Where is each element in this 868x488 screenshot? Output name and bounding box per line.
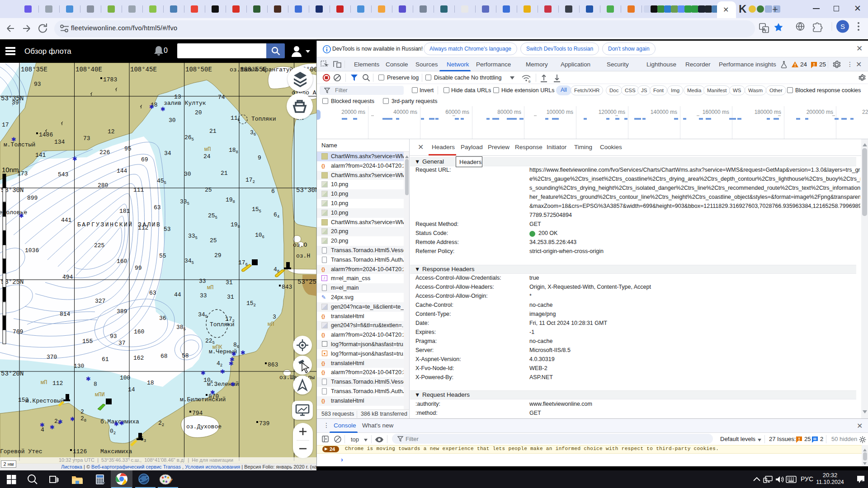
svg-text:108°35E: 108°35E	[21, 66, 47, 73]
svg-text:53°30N: 53°30N	[296, 187, 316, 194]
svg-text:✱: ✱	[229, 361, 234, 367]
svg-text:✱: ✱	[50, 424, 55, 431]
svg-text:93: 93	[34, 81, 41, 88]
svg-text:✱: ✱	[201, 370, 206, 377]
svg-text:2: 2	[80, 408, 84, 415]
svg-text:225: 225	[94, 242, 104, 249]
svg-text:144: 144	[117, 168, 127, 174]
svg-text:✱: ✱	[220, 369, 225, 375]
svg-text:843: 843	[282, 284, 292, 291]
svg-text:БАРГУЗИНСКИЙ ЗАЛИВ: БАРГУЗИНСКИЙ ЗАЛИВ	[77, 221, 161, 228]
svg-text:494: 494	[62, 274, 73, 281]
svg-text:53: 53	[164, 226, 171, 233]
svg-text:93: 93	[110, 333, 117, 340]
svg-text:30: 30	[169, 117, 176, 124]
svg-text:73: 73	[83, 135, 90, 142]
svg-text:✱: ✱	[11, 136, 16, 143]
svg-text:95: 95	[124, 145, 132, 152]
svg-text:✱: ✱	[149, 104, 154, 111]
svg-text:327: 327	[95, 298, 105, 305]
svg-text:30: 30	[184, 171, 191, 178]
svg-text:3: 3	[273, 314, 276, 320]
svg-text:мП: мП	[204, 146, 211, 153]
svg-text:29: 29	[214, 252, 222, 259]
svg-text:25: 25	[205, 187, 212, 193]
svg-text:25: 25	[210, 237, 217, 244]
svg-text:181: 181	[119, 208, 130, 215]
svg-text:31: 31	[227, 294, 234, 300]
svg-text:17: 17	[2, 122, 9, 128]
svg-text:18: 18	[147, 380, 154, 386]
svg-text:21: 21	[209, 128, 217, 135]
svg-text:10nm: 10nm	[2, 166, 19, 174]
svg-text:739: 739	[259, 420, 269, 427]
svg-text:✱: ✱	[70, 416, 75, 423]
svg-text:769: 769	[13, 328, 23, 335]
svg-text:74: 74	[218, 94, 225, 101]
svg-text:1036: 1036	[25, 247, 39, 254]
svg-text:111: 111	[133, 187, 144, 193]
svg-text:8: 8	[94, 381, 97, 388]
svg-text:863: 863	[268, 361, 278, 368]
svg-text:68: 68	[160, 353, 168, 360]
svg-text:✱: ✱	[86, 376, 91, 383]
svg-text:36: 36	[159, 315, 166, 322]
svg-text:33: 33	[200, 292, 207, 299]
svg-text:99: 99	[135, 265, 142, 272]
svg-text:12: 12	[108, 128, 115, 135]
svg-text:53°25N: 53°25N	[297, 278, 316, 286]
svg-text:63: 63	[154, 204, 161, 211]
svg-text:залив Култук: залив Култук	[164, 100, 206, 107]
svg-text:53°20N: 53°20N	[1, 370, 24, 377]
svg-text:112: 112	[138, 225, 148, 231]
svg-text:130: 130	[74, 363, 84, 370]
svg-text:112: 112	[52, 380, 63, 387]
svg-text:оз.Малый Арангатуй: оз.Малый Арангатуй	[230, 66, 293, 73]
svg-text:441: 441	[61, 217, 72, 224]
svg-text:мПИ: мПИ	[95, 392, 105, 398]
svg-text:37: 37	[118, 340, 126, 347]
svg-text:58: 58	[182, 352, 189, 359]
svg-text:✱: ✱	[58, 419, 63, 426]
svg-text:✱: ✱	[241, 350, 245, 357]
svg-text:✱: ✱	[231, 381, 236, 388]
svg-text:S: S	[840, 23, 845, 30]
svg-text:280: 280	[98, 182, 108, 189]
svg-text:✱: ✱	[119, 420, 124, 427]
svg-text:✱: ✱	[210, 389, 215, 396]
svg-text:160: 160	[134, 328, 144, 335]
svg-text:794: 794	[192, 410, 203, 417]
svg-text:оз.Н: оз.Н	[296, 253, 310, 259]
svg-text:44: 44	[174, 291, 181, 298]
svg-text:160: 160	[117, 258, 127, 265]
svg-text:24: 24	[203, 153, 211, 160]
svg-text:100: 100	[120, 375, 130, 381]
svg-text:162: 162	[133, 355, 144, 361]
svg-text:370: 370	[47, 354, 57, 361]
svg-text:✱: ✱	[72, 156, 77, 163]
svg-text:389: 389	[117, 308, 127, 315]
svg-text:543: 543	[58, 171, 68, 178]
svg-text:141: 141	[35, 152, 46, 159]
svg-text:31: 31	[226, 279, 233, 286]
svg-text:Максимиха: Максимиха	[100, 448, 132, 455]
svg-text:мП: мП	[268, 321, 274, 328]
svg-text:61: 61	[102, 356, 109, 363]
svg-text:33: 33	[199, 278, 206, 285]
svg-text:1126: 1126	[73, 448, 87, 455]
svg-text:Топляки: Топляки	[210, 321, 235, 328]
svg-text:155: 155	[82, 338, 93, 345]
svg-text:м.Крестовый: м.Крестовый	[25, 398, 64, 404]
svg-text:м.Толстый: м.Толстый	[4, 141, 35, 148]
svg-text:9: 9	[258, 155, 261, 161]
svg-text:Топляки: Топляки	[251, 116, 276, 122]
svg-text:⚙: ⚙	[528, 80, 531, 83]
svg-text:108°50E: 108°50E	[185, 66, 212, 73]
svg-text:Горевой Утес: Горевой Утес	[0, 448, 42, 455]
svg-text:899: 899	[27, 195, 38, 202]
svg-text:39: 39	[12, 99, 19, 106]
svg-text:✱: ✱	[40, 422, 45, 429]
svg-text:134: 134	[54, 139, 65, 145]
svg-text:226: 226	[99, 149, 110, 156]
svg-text:оз.Духовое: оз.Духовое	[186, 423, 222, 430]
